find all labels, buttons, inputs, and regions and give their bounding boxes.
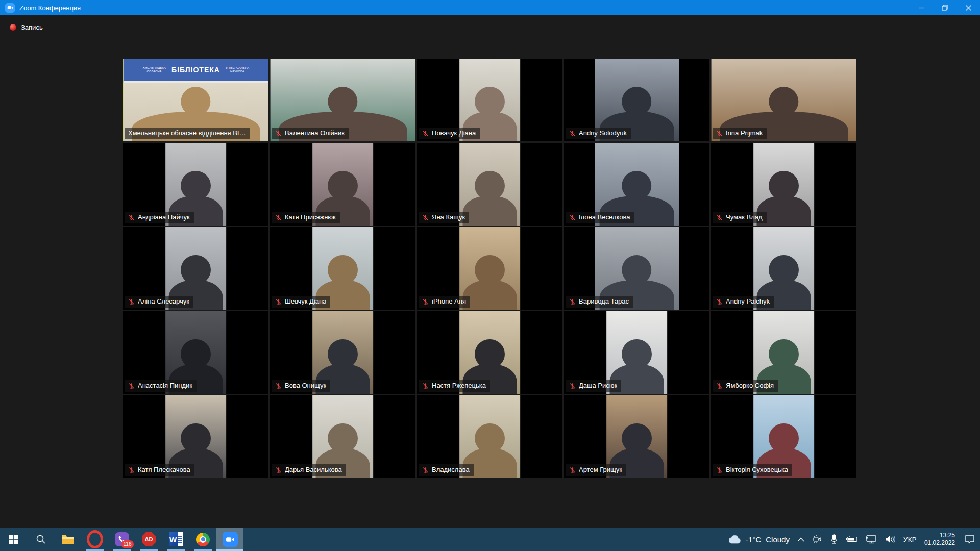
participant-name: Ілона Веселкова — [579, 213, 630, 221]
participant-tile[interactable]: Анастасія Пиндик — [123, 311, 268, 394]
muted-mic-icon — [128, 298, 135, 305]
word-button[interactable]: W — [162, 528, 189, 551]
participant-tile[interactable]: Андріана Найчук — [123, 143, 268, 226]
action-center-button[interactable] — [965, 535, 975, 544]
participant-name: Вова Онищук — [285, 382, 326, 390]
participant-name: Даша Рисюк — [579, 382, 617, 390]
muted-mic-icon — [569, 130, 576, 137]
banner-text: УНІВЕРСАЛЬНА НАУКОВА — [223, 66, 252, 73]
recording-dot-icon — [10, 24, 16, 31]
participant-tile[interactable]: Чумак Влад — [711, 143, 856, 226]
participant-name: Анастасія Пиндик — [138, 382, 192, 390]
participant-tile[interactable]: Andriy Palchyk — [711, 227, 856, 310]
participant-tile[interactable]: Шевчук Діана — [270, 227, 415, 310]
participant-tile[interactable]: Настя Ржепецька — [417, 311, 562, 394]
participant-tile[interactable]: Владислава — [417, 395, 562, 478]
participant-name: Andriy Palchyk — [726, 297, 770, 306]
search-icon — [36, 534, 46, 544]
adblock-letters: AD — [145, 536, 153, 542]
participant-tile[interactable]: Катя Присяжнюк — [270, 143, 415, 226]
participant-name-label: Вікторія Суховецька — [713, 464, 792, 476]
participant-name: Владислава — [432, 466, 470, 474]
adblock-button[interactable]: AD — [135, 528, 162, 551]
participant-tile[interactable]: Аліна Слесарчук — [123, 227, 268, 310]
speaker-icon — [885, 535, 896, 544]
participant-name-label: Артем Грищук — [566, 464, 626, 476]
participant-name: iPhone Аня — [432, 297, 466, 306]
participant-tile[interactable]: ХМЕЛЬНИЦЬКА ОБЛАСНА БІБЛІОТЕКА УНІВЕРСАЛ… — [123, 59, 268, 141]
participant-tile[interactable]: Даша Рисюк — [564, 311, 709, 394]
participant-name-label: iPhone Аня — [419, 296, 470, 308]
close-button[interactable] — [957, 0, 980, 15]
participant-name-label: Андріана Найчук — [125, 212, 194, 223]
participant-tile[interactable]: Катя Плескачова — [123, 395, 268, 478]
volume-tray-icon[interactable] — [885, 535, 896, 544]
battery-icon — [846, 536, 858, 543]
word-icon: W — [169, 532, 183, 546]
zoom-button[interactable] — [216, 528, 243, 551]
search-button[interactable] — [27, 528, 54, 551]
participant-name-label: Andriy Palchyk — [713, 296, 774, 308]
participant-tile[interactable]: Ілона Веселкова — [564, 143, 709, 226]
start-button[interactable] — [0, 528, 27, 551]
zoom-tray-icon[interactable] — [812, 534, 822, 544]
participant-name: Артем Грищук — [579, 466, 622, 474]
muted-mic-icon — [569, 214, 576, 221]
participant-name: Новачук Діана — [432, 129, 476, 137]
muted-mic-icon — [422, 214, 429, 221]
recording-label: Запись — [21, 23, 43, 31]
muted-mic-icon — [128, 214, 135, 221]
participant-name: Варивода Тарас — [579, 297, 629, 306]
participant-name: Яна Кащук — [432, 213, 465, 221]
muted-mic-icon — [716, 214, 723, 221]
participant-tile[interactable]: Артем Грищук — [564, 395, 709, 478]
participant-name-label: Andriy Solodyuk — [566, 128, 631, 139]
chrome-button[interactable] — [189, 528, 216, 551]
minimize-button[interactable] — [910, 0, 933, 15]
participant-tile[interactable]: Ямборко Софія — [711, 311, 856, 394]
file-explorer-button[interactable] — [54, 528, 81, 551]
folder-icon — [61, 534, 75, 545]
banner-text: ХМЕЛЬНИЦЬКА ОБЛАСНА — [140, 66, 168, 73]
participant-name-label: Новачук Діана — [419, 128, 480, 139]
clock-widget[interactable]: 13:25 01.02.2022 — [924, 532, 955, 547]
camera-icon — [7, 5, 13, 11]
participant-name-label: Даша Рисюк — [566, 380, 621, 392]
participant-tile[interactable]: Новачук Діана — [417, 59, 562, 141]
participant-tile[interactable]: Вікторія Суховецька — [711, 395, 856, 478]
participant-name: Дарья Василькова — [285, 466, 342, 474]
participant-name-label: Варивода Тарас — [566, 296, 633, 308]
opera-icon — [87, 530, 103, 548]
muted-mic-icon — [716, 467, 723, 473]
window-titlebar: Zoom Конференция — [0, 0, 980, 15]
viber-button[interactable]: 116 — [108, 528, 135, 551]
participant-silhouette — [463, 280, 517, 310]
muted-mic-icon — [716, 130, 723, 137]
participant-tile[interactable]: iPhone Аня — [417, 227, 562, 310]
participant-tile[interactable]: Яна Кащук — [417, 143, 562, 226]
microphone-tray-icon[interactable] — [830, 534, 838, 544]
participant-tile[interactable]: Дарья Василькова — [270, 395, 415, 478]
zoom-icon — [223, 532, 238, 547]
participant-name-label: Хмельницьке обласне відділення ВГ... — [125, 128, 250, 139]
opera-button[interactable] — [81, 528, 108, 551]
library-banner: ХМЕЛЬНИЦЬКА ОБЛАСНА БІБЛІОТЕКА УНІВЕРСАЛ… — [123, 59, 268, 83]
participant-tile[interactable]: Inna Prijmak — [711, 59, 856, 141]
tray-expand-button[interactable] — [797, 537, 804, 542]
weather-temp: -1°C — [746, 535, 761, 544]
camera-tray-icon — [812, 534, 822, 544]
zoom-app-icon — [5, 3, 15, 13]
battery-tray-icon[interactable] — [846, 536, 858, 543]
restore-button[interactable] — [933, 0, 957, 15]
muted-mic-icon — [569, 383, 576, 389]
participant-tile[interactable]: Варивода Тарас — [564, 227, 709, 310]
clock-time: 13:25 — [924, 532, 955, 539]
participant-tile[interactable]: Andriy Solodyuk — [564, 59, 709, 141]
weather-widget[interactable]: -1°C Cloudy — [728, 535, 790, 544]
participant-tile[interactable]: Вова Онищук — [270, 311, 415, 394]
network-tray-icon[interactable] — [866, 535, 877, 544]
language-indicator[interactable]: УКР — [903, 536, 917, 543]
muted-mic-icon — [275, 130, 282, 137]
participant-name: Andriy Solodyuk — [579, 129, 627, 137]
participant-tile[interactable]: Валентина Олійник — [270, 59, 415, 141]
